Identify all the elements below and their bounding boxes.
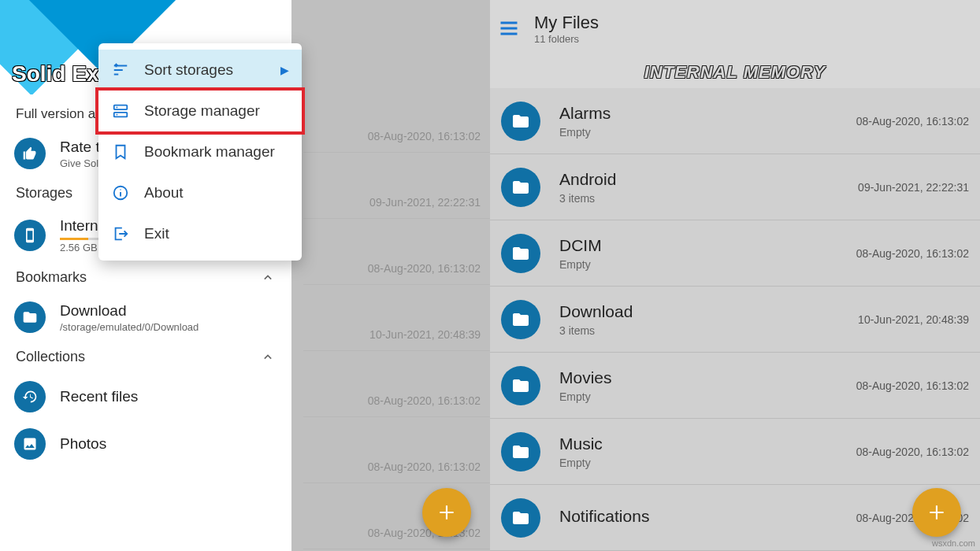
folder-name: Movies <box>559 368 856 387</box>
sort-label: Sort storages <box>144 61 280 79</box>
right-pane: My Files 11 folders INTERNAL MEMORY Alar… <box>490 0 980 551</box>
folder-row[interactable]: MusicEmpty 08-Aug-2020, 16:13:02 <box>490 419 980 485</box>
download-bookmark-item[interactable]: Download /storage/emulated/0/Download <box>0 294 291 341</box>
bookmark-icon <box>111 142 130 161</box>
folder-count: Empty <box>559 126 856 139</box>
folder-count: Empty <box>559 457 856 469</box>
folder-name: Notifications <box>559 507 856 526</box>
download-path: /storage/emulated/0/Download <box>60 321 199 333</box>
folder-icon <box>501 498 540 538</box>
storage-manager-item[interactable]: Storage manager <box>95 87 305 135</box>
folder-row[interactable]: Notifications 08-Aug-2020, 16:13:02 <box>490 485 980 551</box>
folder-count: Empty <box>559 390 856 403</box>
about-label: About <box>144 184 289 202</box>
storage-manager-label: Storage manager <box>144 102 289 120</box>
folder-row[interactable]: AlarmsEmpty 08-Aug-2020, 16:13:02 <box>490 88 980 154</box>
chevron-up-icon <box>260 349 276 365</box>
exit-label: Exit <box>144 225 289 242</box>
folder-date: 10-Jun-2021, 20:48:39 <box>858 313 969 326</box>
folder-date: 09-Jun-2021, 22:22:31 <box>858 181 969 194</box>
submenu-arrow-icon: ▶ <box>280 64 289 76</box>
folder-name: Alarms <box>559 104 856 123</box>
watermark: wsxdn.com <box>932 538 975 548</box>
folder-icon <box>501 366 540 405</box>
bookmark-manager-item[interactable]: Bookmark manager <box>98 131 302 172</box>
photos-label: Photos <box>60 435 106 453</box>
plus-icon <box>926 502 947 523</box>
section-header: INTERNAL MEMORY <box>490 57 980 88</box>
folder-row[interactable]: MoviesEmpty 08-Aug-2020, 16:13:02 <box>490 353 980 419</box>
options-popup-menu: Sort storages ▶ Storage manager Bookmark… <box>98 43 302 261</box>
right-header: My Files 11 folders <box>490 0 980 57</box>
folder-date: 08-Aug-2020, 16:13:02 <box>856 446 969 458</box>
folder-icon <box>501 432 540 471</box>
chevron-up-icon <box>260 270 276 286</box>
svg-point-2 <box>117 107 118 109</box>
photos-item[interactable]: Photos <box>0 420 291 468</box>
folder-date: 08-Aug-2020, 16:13:02 <box>856 379 969 392</box>
right-subtitle: 11 folders <box>534 33 599 45</box>
folder-icon <box>14 301 46 333</box>
drawer-scrim[interactable] <box>291 0 490 551</box>
hamburger-icon <box>498 17 520 39</box>
folder-name: DCIM <box>559 236 856 255</box>
history-icon <box>14 381 46 412</box>
folder-name: Android <box>559 170 858 189</box>
bookmarks-header[interactable]: Bookmarks <box>0 261 291 294</box>
folder-icon <box>501 300 540 339</box>
folder-count: 3 items <box>559 324 858 337</box>
storage-manager-icon <box>111 102 130 120</box>
phone-icon <box>14 220 46 251</box>
storages-label: Storages <box>16 185 72 202</box>
folder-count: 3 items <box>559 192 858 205</box>
collections-label: Collections <box>16 349 85 365</box>
image-icon <box>14 428 46 460</box>
folder-row[interactable]: Android3 items 09-Jun-2021, 22:22:31 <box>490 154 980 220</box>
svg-point-3 <box>117 114 118 116</box>
folder-count: Empty <box>559 258 856 271</box>
about-item[interactable]: About <box>98 172 302 213</box>
folder-row[interactable]: DCIMEmpty 08-Aug-2020, 16:13:02 <box>490 220 980 287</box>
plus-icon <box>436 502 457 523</box>
folder-date: 08-Aug-2020, 16:13:02 <box>856 115 969 128</box>
sort-icon <box>111 61 130 80</box>
folder-icon <box>501 102 540 141</box>
svg-rect-1 <box>114 113 128 117</box>
folder-icon <box>501 234 540 273</box>
download-title: Download <box>60 302 199 320</box>
add-fab[interactable] <box>912 488 961 537</box>
folder-icon <box>501 168 540 207</box>
svg-point-6 <box>120 189 121 190</box>
exit-item[interactable]: Exit <box>98 213 302 254</box>
sort-storages-item[interactable]: Sort storages ▶ <box>98 50 302 91</box>
add-fab[interactable] <box>422 488 471 537</box>
left-pane: 08-Aug-2020, 16:13:02 09-Jun-2021, 22:22… <box>0 0 490 551</box>
folder-name: Music <box>559 435 856 453</box>
bookmark-manager-label: Bookmark manager <box>144 143 289 161</box>
collections-header[interactable]: Collections <box>0 341 291 373</box>
svg-rect-0 <box>114 105 128 110</box>
recent-label: Recent files <box>60 388 138 405</box>
menu-button[interactable] <box>498 17 520 39</box>
folder-row[interactable]: Download3 items 10-Jun-2021, 20:48:39 <box>490 287 980 353</box>
info-icon <box>111 183 130 202</box>
folder-name: Download <box>559 302 858 321</box>
bookmarks-label: Bookmarks <box>16 269 87 286</box>
section-title: INTERNAL MEMORY <box>644 62 826 83</box>
exit-icon <box>111 224 130 243</box>
recent-files-item[interactable]: Recent files <box>0 373 291 420</box>
right-title: My Files <box>534 13 599 33</box>
thumbs-up-icon <box>14 138 46 169</box>
folder-list: AlarmsEmpty 08-Aug-2020, 16:13:02 Androi… <box>490 88 980 551</box>
folder-date: 08-Aug-2020, 16:13:02 <box>856 247 969 260</box>
